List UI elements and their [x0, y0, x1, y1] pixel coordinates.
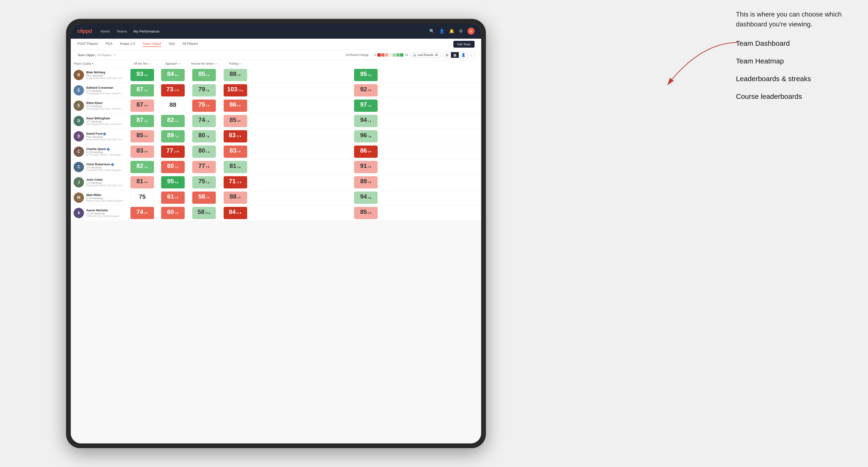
score-box: 10315▲: [224, 84, 247, 96]
add-team-button[interactable]: Add Team: [453, 41, 474, 48]
score-delta: 4▲: [175, 120, 179, 122]
score-cell: 801▲: [188, 144, 220, 159]
score-delta: 3▼: [175, 196, 179, 199]
score-value: 103: [227, 86, 237, 92]
score-cell: 773▼: [188, 159, 220, 175]
view-btn-export[interactable]: ↓: [468, 52, 474, 58]
verified-badge: [111, 163, 114, 166]
player-handicap: Plus Handicap: [86, 74, 124, 77]
last-rounds-button[interactable]: 📊 Last Rounds: 20: [410, 52, 441, 58]
score-delta: 7▲: [175, 135, 179, 138]
search-button[interactable]: 🔍: [429, 29, 434, 34]
subnav-tour[interactable]: Tour: [168, 42, 175, 47]
score-delta: 3▼: [144, 181, 148, 184]
score-value: 87: [136, 101, 144, 107]
player-info: Matt Miller6-10 HandicapWoburn Golf Club…: [86, 193, 124, 202]
score-cell: 923▼: [251, 83, 481, 98]
player-name: Aaron Nicholls: [86, 209, 124, 212]
score-delta: 5▲: [368, 104, 372, 107]
score-box: 8310▼: [224, 130, 247, 143]
score-cell: 868▼: [251, 144, 481, 159]
score-delta: 8▼: [368, 150, 372, 153]
view-btn-grid[interactable]: ⊞: [443, 52, 451, 58]
score-box: 941▲: [354, 115, 378, 127]
settings-button[interactable]: ⚙: [459, 29, 463, 34]
player-cell[interactable]: MMatt Miller6-10 HandicapWoburn Golf Clu…: [71, 191, 127, 205]
player-handicap: 6-10 Handicap: [86, 151, 124, 154]
score-value: 85: [198, 71, 205, 77]
player-club: Royal North Devon Golf Club, United King…: [86, 184, 124, 187]
avatar: D: [73, 116, 84, 126]
scale-low: -5: [373, 53, 376, 57]
score-value: 74: [136, 209, 144, 215]
score-delta: 1▼: [175, 212, 179, 214]
scale-block-green-medium: [396, 53, 400, 57]
subnav-hcaps[interactable]: Hcaps 1-5: [120, 42, 135, 47]
player-cell[interactable]: AAaron Nicholls11-15 HandicapDrift Golf …: [71, 206, 127, 220]
player-info: Josh Coles1-5 HandicapRoyal North Devon …: [86, 178, 124, 187]
score-box: 881▼: [224, 69, 247, 81]
subnav-pga[interactable]: PGA: [105, 42, 113, 47]
table-row: CCharlie Quick6-10 HandicapSt. George's …: [71, 144, 481, 159]
player-cell[interactable]: CChris Robertson1-5 HandicapCraigmillar …: [71, 160, 127, 174]
notifications-button[interactable]: 🔔: [449, 29, 454, 34]
player-info: David FordPlus HandicapRoyal North Devon…: [86, 132, 124, 141]
score-cell: 741▲: [188, 114, 220, 129]
table-row: EElliot Ebert1-5 HandicapSunningdale Gol…: [71, 98, 481, 114]
nav-link-teams[interactable]: Teams: [117, 29, 127, 33]
player-handicap: 1-5 Handicap: [86, 120, 124, 123]
user-avatar[interactable]: U: [467, 28, 474, 35]
score-cell: 752▲: [188, 175, 220, 190]
round-change-label: 20 Round Change: [346, 53, 369, 57]
annotation-option: Course leaderboards: [736, 92, 859, 101]
player-cell[interactable]: EEdward Crossman1-5 HandicapSunningdale …: [71, 83, 127, 97]
score-delta: 4▲: [144, 73, 148, 76]
score-cell: 803▲: [188, 129, 220, 144]
player-cell[interactable]: CCharlie Quick6-10 HandicapSt. George's …: [71, 145, 127, 159]
subnav-team-clippd[interactable]: Team Clippd: [143, 42, 161, 47]
score-box: 854▼: [354, 207, 378, 219]
score-delta: 3▼: [368, 89, 372, 92]
score-cell: 846▲: [158, 67, 188, 83]
score-cell: 854▼: [251, 206, 481, 221]
scale-block-red-light: [385, 53, 388, 57]
score-box: 958▲: [161, 176, 185, 188]
player-handicap: Plus Handicap: [86, 135, 124, 138]
subnav-all-players[interactable]: All Players: [183, 42, 198, 47]
score-cell: 853▼: [127, 129, 158, 144]
subnav-pgat[interactable]: PGAT Players: [78, 42, 98, 47]
score-value: 89: [360, 178, 367, 184]
score-cell: 748▼: [127, 206, 158, 221]
player-cell[interactable]: BBlair McHargPlus HandicapRoyal North De…: [71, 68, 127, 82]
table-row: CChris Robertson1-5 HandicapCraigmillar …: [71, 159, 481, 175]
player-cell[interactable]: JJosh Coles1-5 HandicapRoyal North Devon…: [71, 175, 127, 189]
score-box: 823▲: [130, 161, 154, 173]
view-btn-heatmap[interactable]: ▦: [451, 52, 459, 58]
score-delta: 3▼: [144, 104, 148, 107]
player-cell[interactable]: DDave Billingham1-5 HandicapGog Magog Go…: [71, 114, 127, 128]
player-name: Dave Billingham: [86, 117, 124, 120]
score-box: 814▲: [224, 161, 247, 173]
score-delta: 8▼: [144, 212, 148, 214]
score-box: 799▲: [192, 84, 216, 96]
edit-icon[interactable]: ✏: [114, 53, 116, 57]
score-delta: 6▼: [237, 150, 241, 153]
score-cell: 858▲: [188, 67, 220, 83]
score-value: 85: [229, 117, 236, 123]
tablet-screen: clippd Home Teams My Performance 🔍 👤 🔔 ⚙…: [71, 24, 481, 443]
score-box: 873▼: [130, 99, 154, 112]
score-delta: 1▲: [206, 120, 210, 122]
player-cell[interactable]: DDavid FordPlus HandicapRoyal North Devo…: [71, 129, 127, 144]
view-btn-list[interactable]: 👤: [459, 52, 468, 58]
profile-button[interactable]: 👤: [439, 29, 444, 34]
score-value: 83: [229, 132, 236, 138]
nav-link-home[interactable]: Home: [100, 29, 110, 33]
nav-link-performance[interactable]: My Performance: [133, 29, 159, 33]
player-cell[interactable]: EElliot Ebert1-5 HandicapSunningdale Gol…: [71, 99, 127, 113]
score-delta: 1▼: [237, 73, 241, 76]
score-delta: 15▲: [238, 89, 243, 92]
score-delta: 3▼: [206, 104, 210, 107]
avatar: J: [73, 177, 84, 187]
table-row: MMatt Miller6-10 HandicapWoburn Golf Clu…: [71, 190, 481, 206]
table-row: JJosh Coles1-5 HandicapRoyal North Devon…: [71, 175, 481, 190]
